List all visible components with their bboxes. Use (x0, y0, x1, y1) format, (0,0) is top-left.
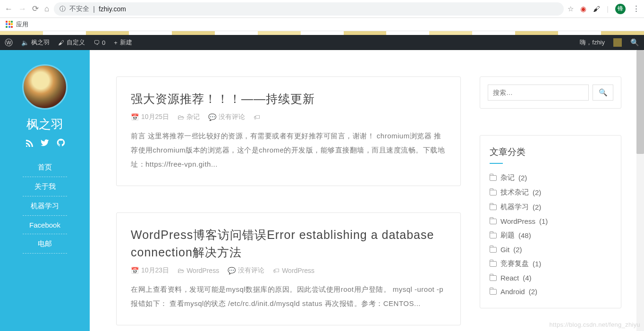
post-tag[interactable]: 🏷 WordPress (273, 267, 314, 274)
menu-email[interactable]: 电邮 (0, 234, 90, 254)
post-category[interactable]: 🗁 杂记 (178, 113, 200, 121)
category-item[interactable]: 竞赛复盘 (1) (490, 256, 611, 271)
post-card: WordPress博客访问错误Error establishing a data… (116, 212, 461, 325)
apps-icon[interactable] (6, 21, 13, 28)
menu-ml[interactable]: 机器学习 (0, 196, 90, 216)
menu-home[interactable]: 首页 (0, 158, 90, 177)
folder-icon (490, 247, 497, 253)
social-links (0, 138, 90, 149)
url-text: fzhiy.com (99, 5, 126, 13)
folder-icon (490, 204, 497, 210)
wp-admin-bar: ⓦ 🔈 枫之羽 🖌 自定义 🗨 0 + 新建 嗨，fzhiy 🔍 (0, 35, 644, 50)
post-comments[interactable]: 💬 没有评论 (228, 266, 264, 275)
bookmark-star-icon[interactable]: ☆ (568, 5, 574, 13)
admin-avatar[interactable] (613, 38, 622, 47)
category-item[interactable]: 刷题 (48) (490, 228, 611, 243)
browser-toolbar: ← → ⟳ ⌂ ⓘ 不安全 | fzhiy.com ☆ ◉ 🖌 | 锋 ⋮ (0, 0, 644, 18)
watermark: https://blog.csdn.net/feng_zhiyu (550, 321, 640, 328)
security-label: 不安全 (69, 5, 89, 13)
category-item[interactable]: Android (2) (490, 285, 611, 298)
folder-icon (490, 289, 497, 295)
menu-about[interactable]: 关于我 (0, 177, 90, 196)
extension-icon[interactable]: 🖌 (593, 5, 600, 13)
github-icon[interactable] (57, 138, 65, 149)
divider: | (607, 5, 609, 13)
color-strip (0, 31, 644, 35)
admin-greeting[interactable]: 嗨，fzhiy (580, 38, 605, 47)
post-excerpt: 前言 这里将推荐一些比较好的资源，有需要或者有更好推荐可留言，谢谢！ chrom… (131, 129, 446, 171)
categories-widget: 文章分类 杂记 (2) 技术杂记 (2) 机器学习 (2) WordPress … (480, 135, 621, 308)
profile-avatar[interactable]: 锋 (615, 4, 626, 14)
chrome-menu-icon[interactable]: ⋮ (632, 4, 640, 14)
wordpress-logo-icon[interactable]: ⓦ (5, 37, 13, 48)
bookmarks-bar: 应用 (0, 18, 644, 31)
category-item[interactable]: React (4) (490, 271, 611, 285)
apps-label[interactable]: 应用 (16, 20, 28, 29)
info-icon[interactable]: ⓘ (59, 5, 66, 13)
folder-icon (490, 175, 497, 181)
admin-site-link[interactable]: 🔈 枫之羽 (21, 38, 50, 47)
location-pin-icon[interactable]: ◉ (580, 5, 586, 13)
address-bar[interactable]: ⓘ 不安全 | fzhiy.com (54, 2, 564, 16)
category-item[interactable]: Git (2) (490, 243, 611, 256)
separator: | (93, 5, 95, 13)
post-excerpt: 在网上查看资料，发现可能是mysql数据库的原因。因此尝试使用root用户登陆。… (131, 282, 446, 311)
admin-search-icon[interactable]: 🔍 (630, 38, 639, 47)
post-title[interactable]: 强大资源推荐！！！——持续更新 (131, 90, 446, 107)
admin-customize[interactable]: 🖌 自定义 (58, 38, 85, 47)
home-button[interactable]: ⌂ (43, 3, 50, 15)
scrollbar[interactable] (636, 50, 644, 331)
post-list: 强大资源推荐！！！——持续更新 📅 10月25日 🗁 杂记 💬 没有评论 🏷 前… (116, 76, 461, 331)
site-sidebar: 枫之羽 首页 关于我 机器学习 Facebook 电邮 (0, 50, 90, 331)
rss-icon[interactable] (25, 138, 33, 149)
right-sidebar: 🔍 文章分类 杂记 (2) 技术杂记 (2) 机器学习 (2) WordPres… (480, 76, 621, 331)
folder-icon (490, 219, 497, 224)
title-underline (490, 163, 503, 164)
main-content: 强大资源推荐！！！——持续更新 📅 10月25日 🗁 杂记 💬 没有评论 🏷 前… (90, 50, 644, 331)
twitter-icon[interactable] (41, 138, 49, 149)
search-button[interactable]: 🔍 (593, 85, 613, 101)
search-input[interactable] (488, 85, 589, 101)
tag-icon: 🏷 (254, 113, 260, 121)
site-menu: 首页 关于我 机器学习 Facebook 电邮 (0, 158, 90, 254)
admin-comments[interactable]: 🗨 0 (93, 39, 105, 46)
reload-button[interactable]: ⟳ (31, 3, 40, 15)
post-date: 📅 10月25日 (131, 113, 169, 121)
toolbar-icons: ☆ ◉ 🖌 | 锋 ⋮ (568, 4, 640, 14)
category-item[interactable]: 技术杂记 (2) (490, 185, 611, 200)
folder-icon (490, 275, 497, 281)
widget-title: 文章分类 (490, 146, 611, 158)
post-meta: 📅 10月25日 🗁 杂记 💬 没有评论 🏷 (131, 113, 446, 121)
nav-buttons: ← → ⟳ ⌂ (4, 3, 50, 15)
category-item[interactable]: WordPress (1) (490, 214, 611, 228)
forward-button[interactable]: → (17, 3, 27, 15)
post-card: 强大资源推荐！！！——持续更新 📅 10月25日 🗁 杂记 💬 没有评论 🏷 前… (116, 76, 461, 186)
page-layout: 枫之羽 首页 关于我 机器学习 Facebook 电邮 强大资源推荐！！！——持… (0, 50, 644, 331)
site-title[interactable]: 枫之羽 (0, 116, 90, 133)
category-item[interactable]: 杂记 (2) (490, 170, 611, 185)
search-widget: 🔍 (480, 76, 621, 109)
menu-facebook[interactable]: Facebook (0, 216, 90, 234)
post-comments[interactable]: 💬 没有评论 (208, 113, 245, 121)
post-meta: 📅 10月23日 🗁 WordPress 💬 没有评论 🏷 WordPress (131, 266, 446, 275)
folder-icon (490, 190, 497, 195)
post-category[interactable]: 🗁 WordPress (178, 267, 219, 274)
post-date: 📅 10月23日 (131, 266, 169, 275)
scrollbar-thumb[interactable] (636, 50, 644, 154)
back-button[interactable]: ← (4, 3, 14, 15)
category-list: 杂记 (2) 技术杂记 (2) 机器学习 (2) WordPress (1) 刷… (490, 170, 611, 298)
folder-icon (490, 261, 497, 267)
admin-new[interactable]: + 新建 (114, 38, 132, 47)
folder-icon (490, 233, 497, 238)
site-avatar[interactable] (22, 64, 68, 110)
post-title[interactable]: WordPress博客访问错误Error establishing a data… (131, 226, 446, 261)
category-item[interactable]: 机器学习 (2) (490, 200, 611, 214)
